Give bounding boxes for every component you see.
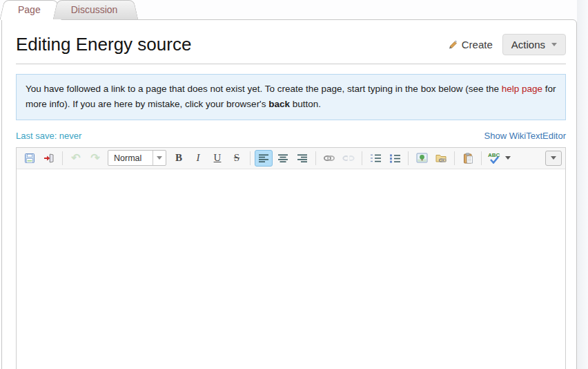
unlink-icon[interactable] xyxy=(340,150,357,167)
paragraph-format-combo[interactable]: Normal xyxy=(108,150,166,166)
editor-toolbar: ↶ ↷ Normal B I U S xyxy=(17,148,565,169)
title-row: Editing Energy source Create Actions xyxy=(16,34,566,64)
notice-text: You have followed a link to a page that … xyxy=(26,84,502,94)
format-value: Normal xyxy=(108,153,153,163)
numbered-list-icon[interactable] xyxy=(366,150,384,167)
editor-content-area[interactable] xyxy=(17,169,565,369)
italic-button[interactable]: I xyxy=(189,150,207,167)
last-save-link[interactable]: Last save: never xyxy=(16,131,81,141)
link-icon[interactable] xyxy=(320,150,338,167)
chevron-down-icon xyxy=(505,156,511,160)
actions-button[interactable]: Actions xyxy=(502,34,566,55)
page-title: Editing Energy source xyxy=(16,34,191,55)
strikethrough-button[interactable]: S xyxy=(228,150,246,167)
content-panel: Editing Energy source Create Actions You… xyxy=(1,19,577,369)
save-icon[interactable] xyxy=(21,150,39,167)
align-center-icon[interactable] xyxy=(274,150,292,167)
notice-box: You have followed a link to a page that … xyxy=(16,74,566,120)
chevron-down-icon xyxy=(157,156,162,160)
bold-button[interactable]: B xyxy=(170,150,188,167)
combo-arrow[interactable] xyxy=(153,151,166,165)
exit-icon[interactable] xyxy=(40,150,58,167)
attachment-icon[interactable] xyxy=(432,150,450,167)
page-background-gutter xyxy=(577,0,588,369)
redo-icon[interactable]: ↷ xyxy=(86,150,104,167)
paste-icon[interactable] xyxy=(459,150,477,167)
notice-text: button. xyxy=(290,99,321,109)
notice-bold-back: back xyxy=(268,99,290,109)
undo-icon[interactable]: ↶ xyxy=(67,150,85,167)
wysiwyg-editor: ↶ ↷ Normal B I U S xyxy=(16,147,566,369)
pencil-icon xyxy=(448,39,458,51)
tab-bar: Page Discussion xyxy=(0,0,588,19)
align-left-icon[interactable] xyxy=(255,150,273,167)
toolbar-separator xyxy=(408,151,409,165)
toolbar-separator xyxy=(481,151,482,165)
toolbar-separator xyxy=(250,151,251,165)
toolbar-separator xyxy=(315,151,316,165)
image-icon[interactable] xyxy=(413,150,431,167)
status-row: Last save: never Show WikiTextEditor xyxy=(16,131,566,141)
collapse-toolbar-icon[interactable] xyxy=(545,151,562,166)
toolbar-separator xyxy=(362,151,362,165)
tab-page[interactable]: Page xyxy=(4,0,57,19)
create-label: Create xyxy=(462,39,493,50)
chevron-down-icon xyxy=(551,156,556,160)
tab-discussion[interactable]: Discussion xyxy=(57,0,135,19)
show-wikitexteditor-link[interactable]: Show WikiTextEditor xyxy=(484,131,566,141)
help-page-link[interactable]: help page xyxy=(502,84,542,94)
underline-button[interactable]: U xyxy=(208,150,226,167)
chevron-down-icon xyxy=(551,43,557,46)
spellcheck-icon[interactable]: ABC xyxy=(486,150,512,167)
align-right-icon[interactable] xyxy=(293,150,311,167)
toolbar-separator xyxy=(62,151,63,165)
toolbar-separator xyxy=(454,151,455,165)
actions-label: Actions xyxy=(511,39,545,50)
bulleted-list-icon[interactable] xyxy=(386,150,404,167)
create-button[interactable]: Create xyxy=(448,39,493,51)
